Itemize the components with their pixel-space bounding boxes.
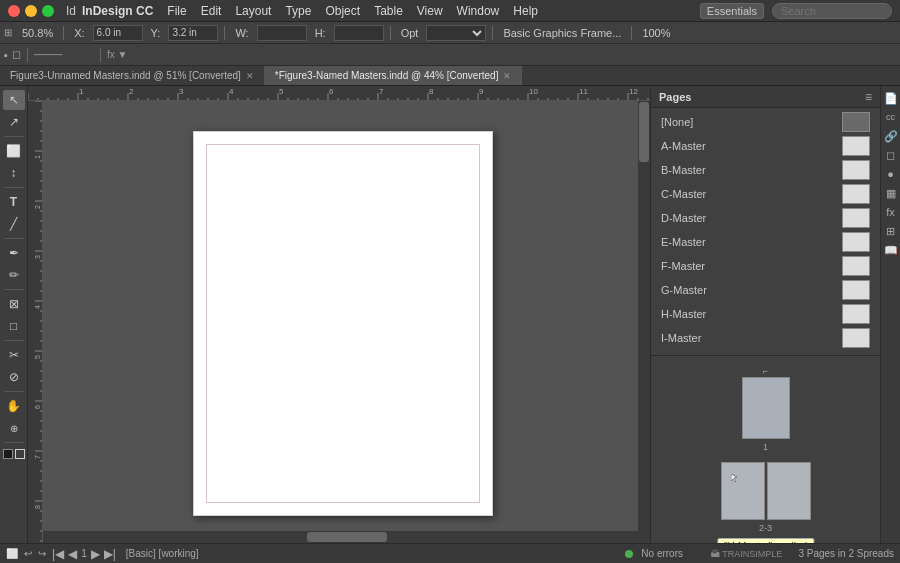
tab-1-close[interactable]: ✕ (503, 71, 511, 81)
master-item-i[interactable]: I-Master (651, 326, 880, 350)
panel-header-icons: ≡ (865, 90, 872, 104)
pencil-tool[interactable]: ✏ (3, 265, 25, 285)
master-item-e[interactable]: E-Master (651, 230, 880, 254)
line-tool[interactable]: ╱ (3, 214, 25, 234)
master-f-thumb (842, 256, 870, 276)
master-item-b[interactable]: B-Master (651, 158, 880, 182)
tab-0[interactable]: Figure3-Unnamed Masters.indd @ 51% [Conv… (0, 66, 265, 85)
menu-file[interactable]: File (167, 4, 186, 18)
close-button[interactable] (8, 5, 20, 17)
master-item-c[interactable]: C-Master (651, 182, 880, 206)
rectangle-tool[interactable]: □ (3, 316, 25, 336)
minimize-button[interactable] (25, 5, 37, 17)
spread-num: 2-3 (759, 523, 772, 533)
workspace-button[interactable]: Essentials (700, 3, 764, 19)
y-label: Y: (147, 26, 165, 40)
page-1-num: 1 (763, 442, 768, 452)
graphics-frame-select[interactable]: Basic Graphics Frame... (499, 26, 625, 40)
page-prev-btn[interactable]: ◀ (68, 547, 77, 561)
master-i-thumb (842, 328, 870, 348)
menu-layout[interactable]: Layout (235, 4, 271, 18)
page-last-btn[interactable]: ▶| (104, 547, 116, 561)
stroke-swatch[interactable] (15, 449, 25, 459)
sep2 (224, 26, 225, 40)
tool-sep-3 (4, 238, 24, 239)
master-g-thumb (842, 280, 870, 300)
stroke-strip-icon[interactable]: ◻ (883, 147, 899, 163)
menu-help[interactable]: Help (513, 4, 538, 18)
menu-bar: File Edit Layout Type Object Table View … (167, 4, 694, 18)
toolbar-top: ⊞ 50.8% X: Y: W: H: Opt Basic Graphics F… (0, 22, 900, 44)
page-thumb-row-1: ⌐ 1 (742, 366, 790, 452)
y-input[interactable] (168, 25, 218, 41)
menu-table[interactable]: Table (374, 4, 403, 18)
menu-type[interactable]: Type (285, 4, 311, 18)
canvas-area[interactable] (28, 86, 650, 543)
pages-panel-header: Pages ≡ (651, 86, 880, 108)
master-a-label: A-Master (661, 140, 706, 152)
tool-sep-6 (4, 391, 24, 392)
gap-tool[interactable]: ↕ (3, 163, 25, 183)
cc-strip-icon[interactable]: cc (883, 109, 899, 125)
master-item-none[interactable]: [None] (651, 110, 880, 134)
titlebar-right: Essentials (700, 3, 892, 19)
zoom-tool[interactable]: ⊕ (3, 418, 25, 438)
fill-swatch[interactable] (3, 449, 13, 459)
scrollbar-vertical[interactable] (638, 101, 650, 531)
h-input[interactable] (334, 25, 384, 41)
master-item-f[interactable]: F-Master (651, 254, 880, 278)
panel-menu-icon[interactable]: ≡ (865, 90, 872, 104)
right-side: Pages ≡ [None] A-Master B-Maste (650, 86, 900, 543)
w-input[interactable] (257, 25, 307, 41)
x-label: X: (70, 26, 88, 40)
page-first-btn[interactable]: |◀ (52, 547, 64, 561)
master-a-thumb (842, 136, 870, 156)
tool-sep-5 (4, 340, 24, 341)
status-icon-2: ↩ (24, 548, 32, 559)
page-tool[interactable]: ⬜ (3, 141, 25, 161)
page-container[interactable] (43, 101, 650, 543)
selection-tool[interactable]: ↖ (3, 90, 25, 110)
master-item-g[interactable]: G-Master (651, 278, 880, 302)
tab-0-close[interactable]: ✕ (246, 71, 254, 81)
scissors-tool[interactable]: ✂ (3, 345, 25, 365)
h-master-tooltip: "H-Master" applied (717, 538, 814, 543)
book-strip-icon[interactable]: 📖 (883, 242, 899, 258)
statusbar: ⬜ ↩ ↪ |◀ ◀ 1 ▶ ▶| [Basic] [working] No e… (0, 543, 900, 563)
pen-tool[interactable]: ✒ (3, 243, 25, 263)
swatch-strip-icon[interactable]: ▦ (883, 185, 899, 201)
menu-object[interactable]: Object (325, 4, 360, 18)
tool-sep-1 (4, 136, 24, 137)
search-input[interactable] (772, 3, 892, 19)
page-thumb-1[interactable]: ⌐ 1 (742, 366, 790, 452)
link-strip-icon[interactable]: 🔗 (883, 128, 899, 144)
menu-window[interactable]: Window (457, 4, 500, 18)
pages-strip-icon[interactable]: 📄 (883, 90, 899, 106)
rectangle-frame-tool[interactable]: ⊠ (3, 294, 25, 314)
maximize-button[interactable] (42, 5, 54, 17)
main-area: ↖ ↗ ⬜ ↕ T ╱ ✒ ✏ ⊠ □ ✂ ⊘ ✋ ⊕ (0, 86, 900, 543)
tool-sep-2 (4, 187, 24, 188)
menu-edit[interactable]: Edit (201, 4, 222, 18)
type-tool[interactable]: T (3, 192, 25, 212)
traffic-lights (8, 5, 54, 17)
effects-strip-icon[interactable]: fx (883, 204, 899, 220)
master-item-d[interactable]: D-Master (651, 206, 880, 230)
hand-tool[interactable]: ✋ (3, 396, 25, 416)
master-item-a[interactable]: A-Master (651, 134, 880, 158)
page-thumb-spread[interactable]: 2-3 "H-Master" applied (721, 462, 811, 533)
menu-view[interactable]: View (417, 4, 443, 18)
x-input[interactable] (93, 25, 143, 41)
color-strip-icon[interactable]: ● (883, 166, 899, 182)
page-next-btn[interactable]: ▶ (91, 547, 100, 561)
direct-selection-tool[interactable]: ↗ (3, 112, 25, 132)
tab-1[interactable]: *Figure3-Named Masters.indd @ 44% [Conve… (265, 66, 523, 85)
trainsimple-watermark: 🏔 TRAINSIMPLE (711, 549, 782, 559)
eyedropper-tool[interactable]: ⊘ (3, 367, 25, 387)
scrollbar-horizontal[interactable] (43, 531, 650, 543)
align-strip-icon[interactable]: ⊞ (883, 223, 899, 239)
status-dot (625, 550, 633, 558)
opt-select[interactable] (426, 25, 486, 41)
master-item-h[interactable]: H-Master (651, 302, 880, 326)
sep5 (631, 26, 632, 40)
